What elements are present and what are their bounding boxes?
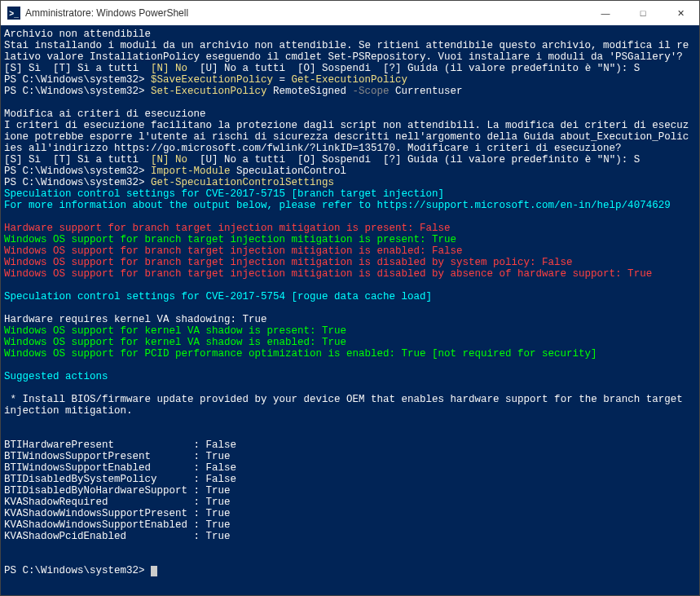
maximize-button[interactable]: □ xyxy=(624,1,662,25)
ps-arg: RemoteSigned xyxy=(267,86,353,97)
table-row: BTIHardwarePresent : False xyxy=(4,439,236,451)
ps-prompt: PS C:\Windows\system32> xyxy=(4,86,151,97)
status-line-false: Windows OS support for branch target inj… xyxy=(4,257,573,268)
terminal-output[interactable]: Archivio non attendibile Stai installand… xyxy=(1,25,699,595)
table-row: BTIDisabledBySystemPolicy : False xyxy=(4,474,236,485)
ps-operator: = xyxy=(273,74,292,86)
prompt-option: [S] Sì [T] Sì a tutti xyxy=(4,63,151,74)
close-button[interactable]: ✕ xyxy=(662,1,699,25)
text-line: Stai installando i moduli da un archivio… xyxy=(4,40,689,63)
titlebar[interactable]: >_ Amministratore: Windows PowerShell — … xyxy=(1,1,699,25)
prompt-default: [N] No xyxy=(151,63,187,74)
prompt-default: [N] No xyxy=(151,154,187,166)
status-line-false: Windows OS support for branch target inj… xyxy=(4,245,463,257)
table-row: BTIWindowsSupportEnabled : False xyxy=(4,462,236,474)
ps-cmdlet: Get-ExecutionPolicy xyxy=(292,74,408,86)
table-row: BTIDisabledByNoHardwareSupport : True xyxy=(4,485,231,497)
section-header: Speculation control settings for CVE-201… xyxy=(4,291,432,302)
text-line: I criteri di esecuzione facilitano la pr… xyxy=(4,120,689,154)
ps-variable: $SaveExecutionPolicy xyxy=(151,74,273,86)
powershell-window: >_ Amministratore: Windows PowerShell — … xyxy=(0,0,700,596)
prompt-option: [S] Sì [T] Sì a tutti xyxy=(4,154,151,166)
powershell-icon: >_ xyxy=(7,7,20,20)
text-line: Modifica ai criteri di esecuzione xyxy=(4,108,206,120)
ps-arg: Currentuser xyxy=(390,86,463,97)
text-line: Hardware requires kernel VA shadowing: T… xyxy=(4,314,267,325)
ps-prompt: PS C:\Windows\system32> xyxy=(4,166,151,177)
cursor xyxy=(151,566,157,576)
info-line: For more information about the output be… xyxy=(4,200,671,211)
ps-cmdlet: Set-ExecutionPolicy xyxy=(151,86,267,97)
section-header: Suggested actions xyxy=(4,371,108,382)
table-row: KVAShadowPcidEnabled : True xyxy=(4,531,231,542)
ps-arg: SpeculationControl xyxy=(231,166,347,177)
ps-prompt: PS C:\Windows\system32> xyxy=(4,177,151,188)
ps-param: -Scope xyxy=(353,86,390,97)
minimize-button[interactable]: — xyxy=(587,1,624,25)
ps-cmdlet: Import-Module xyxy=(151,166,231,177)
window-controls: — □ ✕ xyxy=(587,1,699,25)
section-header: Speculation control settings for CVE-201… xyxy=(4,188,444,200)
ps-cmdlet: Get-SpeculationControlSettings xyxy=(151,177,334,188)
status-line-true: Windows OS support for kernel VA shadow … xyxy=(4,325,346,337)
table-row: KVAShadowWindowsSupportEnabled : True xyxy=(4,519,231,531)
status-line-false: Hardware support for branch target injec… xyxy=(4,223,451,234)
status-line-false: Windows OS support for branch target inj… xyxy=(4,268,652,280)
status-line-true: Windows OS support for kernel VA shadow … xyxy=(4,337,346,348)
status-line-true: Windows OS support for PCID performance … xyxy=(4,348,597,360)
status-line-true: Windows OS support for branch target inj… xyxy=(4,234,456,245)
table-row: BTIWindowsSupportPresent : True xyxy=(4,451,231,462)
table-row: KVAShadowRequired : True xyxy=(4,497,231,508)
ps-prompt: PS C:\Windows\system32> xyxy=(4,565,151,576)
text-line: Archivio non attendibile xyxy=(4,29,151,40)
window-title: Amministratore: Windows PowerShell xyxy=(25,7,587,19)
table-row: KVAShadowWindowsSupportPresent : True xyxy=(4,508,231,519)
action-line: * Install BIOS/firmware update provided … xyxy=(4,394,689,417)
ps-prompt: PS C:\Windows\system32> xyxy=(4,74,151,86)
prompt-option: [U] No a tutti [O] Sospendi [?] Guida (i… xyxy=(187,63,640,74)
prompt-option: [U] No a tutti [O] Sospendi [?] Guida (i… xyxy=(187,154,640,166)
